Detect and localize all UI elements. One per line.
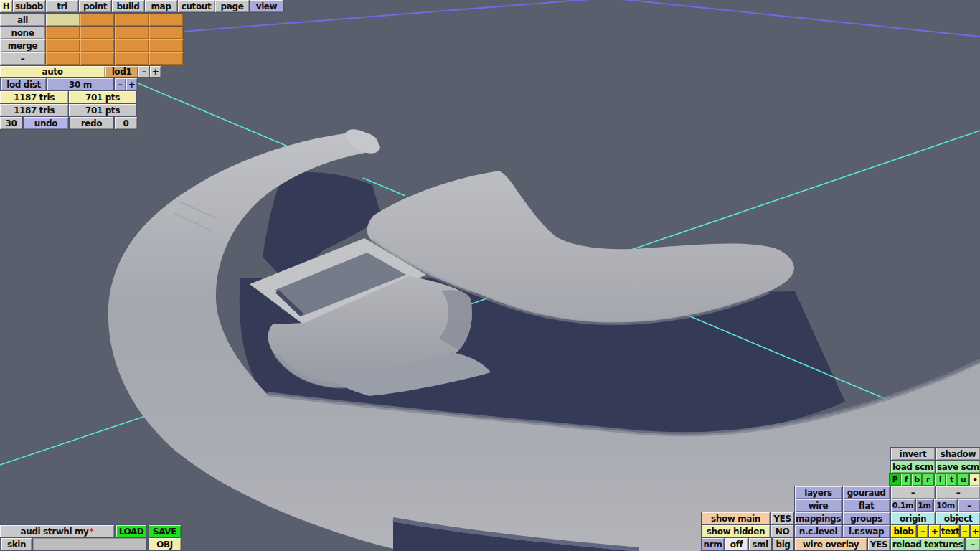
blob-plus-button[interactable]: + (929, 525, 940, 537)
lod-minus-button[interactable]: – (138, 66, 149, 77)
lod-plus-button[interactable]: + (150, 66, 161, 77)
lod-dist-label[interactable]: lod dist (1, 78, 46, 90)
subobject-slot-cell[interactable] (149, 27, 183, 39)
lod-dist-plus-button[interactable]: + (126, 78, 137, 90)
menu-item-map[interactable]: map (145, 0, 177, 12)
show-hidden-toggle[interactable]: NO (771, 525, 793, 537)
subobject-slot-cell[interactable] (46, 39, 80, 52)
subobject-slot-cell[interactable] (115, 52, 149, 65)
lod-dist-minus-button[interactable]: – (115, 78, 126, 90)
filename-text: audi strwhl my (21, 527, 89, 536)
lod-dist-value[interactable]: 30 m (47, 78, 113, 90)
subobject-slot-cell[interactable] (80, 14, 114, 26)
menu-item-view-active[interactable]: view (250, 0, 283, 12)
nrm-off-button-active[interactable]: off (725, 538, 748, 550)
scale-dash-button[interactable]: – (958, 499, 980, 512)
subobject-slot-grid (46, 14, 183, 65)
merge-button[interactable]: merge (0, 39, 45, 52)
select-dash-button[interactable]: – (0, 52, 45, 65)
show-hidden-button[interactable]: show hidden (702, 525, 770, 537)
view-under-button[interactable]: u (958, 474, 969, 486)
menu-item-point[interactable]: point (79, 0, 111, 12)
show-main-toggle[interactable]: YES (771, 512, 793, 524)
reload-dash-button[interactable]: – (966, 538, 980, 550)
pts-count-lod: 701 pts (69, 104, 136, 116)
subobject-slot-cell[interactable] (46, 27, 80, 39)
subobject-slot-cell[interactable] (80, 27, 114, 39)
skin-name-field[interactable] (33, 538, 146, 550)
load-scm-button[interactable]: load scm (891, 461, 935, 473)
select-none-button[interactable]: none (0, 27, 45, 39)
view-perspective-button[interactable]: P (890, 474, 900, 486)
nrm-big-button[interactable]: big (773, 538, 793, 550)
gouraud-button[interactable]: gouraud (843, 486, 890, 499)
redo-steps-count: 0 (115, 117, 137, 129)
menu-item-tri[interactable]: tri (46, 0, 78, 12)
nrm-sml-button[interactable]: sml (749, 538, 771, 550)
viewport-3d[interactable] (0, 0, 980, 551)
scale-1m-button-active[interactable]: 1m (916, 499, 933, 512)
invert-button[interactable]: invert (891, 448, 935, 460)
wire-overlay-toggle[interactable]: YES (868, 538, 890, 550)
modified-marker: * (90, 527, 94, 536)
dash-button-2[interactable]: – (936, 486, 980, 499)
tris-count-current: 1187 tris (0, 91, 68, 103)
subobject-slot-cell[interactable] (149, 39, 183, 52)
groups-button[interactable]: groups (843, 512, 890, 524)
shadow-button[interactable]: shadow (936, 448, 980, 460)
view-top-button[interactable]: t (946, 474, 957, 486)
wire-button[interactable]: wire (795, 499, 842, 512)
app-window: H subob tri point build map cutout page … (0, 0, 980, 551)
dash-button-1[interactable]: – (891, 486, 935, 499)
lod-auto-button[interactable]: auto (0, 66, 105, 77)
subobject-slot-cell[interactable] (46, 52, 80, 65)
load-button[interactable]: LOAD (116, 525, 146, 537)
view-right-button[interactable]: r (923, 474, 933, 486)
menu-item-h[interactable]: H (0, 0, 12, 12)
redo-button[interactable]: redo (70, 117, 113, 129)
subobject-slot-cell[interactable] (149, 52, 183, 65)
reload-textures-button[interactable]: reload textures (891, 538, 964, 550)
subobject-slot-cell[interactable] (115, 14, 149, 26)
menu-item-page[interactable]: page (215, 0, 249, 12)
blob-minus-button[interactable]: – (918, 525, 928, 537)
nc-level-button[interactable]: n.c.level (795, 525, 842, 537)
flat-button[interactable]: flat (843, 499, 890, 512)
text-plus-button[interactable]: + (971, 525, 980, 537)
menu-item-build[interactable]: build (112, 0, 144, 12)
object-button[interactable]: object (936, 512, 980, 524)
view-left-button[interactable]: l (935, 474, 946, 486)
layers-button[interactable]: layers (795, 486, 842, 499)
skin-button[interactable]: skin (1, 538, 32, 550)
wire-overlay-button[interactable]: wire overlay (795, 538, 867, 550)
dot-indicator-button[interactable]: • (970, 474, 980, 486)
undo-steps-count: 30 (0, 117, 22, 129)
scale-10m-button[interactable]: 10m (934, 499, 957, 512)
subobject-slot-cell[interactable] (46, 14, 80, 26)
view-front-button[interactable]: f (901, 474, 911, 486)
view-back-button[interactable]: b (912, 474, 922, 486)
subobject-slot-cell[interactable] (80, 52, 114, 65)
save-button[interactable]: SAVE (149, 525, 181, 537)
origin-button[interactable]: origin (891, 512, 935, 524)
filename-field[interactable]: audi strwhl my* (0, 525, 114, 537)
subobject-slot-cell[interactable] (149, 14, 183, 26)
blob-button[interactable]: blob (891, 525, 916, 537)
save-scm-button[interactable]: save scm (936, 461, 980, 473)
show-main-button[interactable]: show main (702, 512, 770, 524)
obj-export-button[interactable]: OBJ (149, 538, 181, 550)
scale-0-1m-button[interactable]: 0.1m (891, 499, 915, 512)
text-button[interactable]: text (941, 525, 959, 537)
lr-swap-button[interactable]: l.r.swap (843, 525, 890, 537)
subobject-slot-cell[interactable] (80, 39, 114, 52)
menu-item-cutout[interactable]: cutout (178, 0, 215, 12)
undo-button[interactable]: undo (24, 117, 68, 129)
subobject-slot-cell[interactable] (115, 39, 149, 52)
select-all-button[interactable]: all (0, 14, 45, 26)
subobject-slot-cell[interactable] (115, 27, 149, 39)
mappings-button[interactable]: mappings (795, 512, 842, 524)
lod-name-button[interactable]: lod1 (105, 66, 138, 77)
nrm-button[interactable]: nrm (702, 538, 724, 550)
text-minus-button[interactable]: – (961, 525, 969, 537)
menu-item-subob[interactable]: subob (13, 0, 45, 12)
